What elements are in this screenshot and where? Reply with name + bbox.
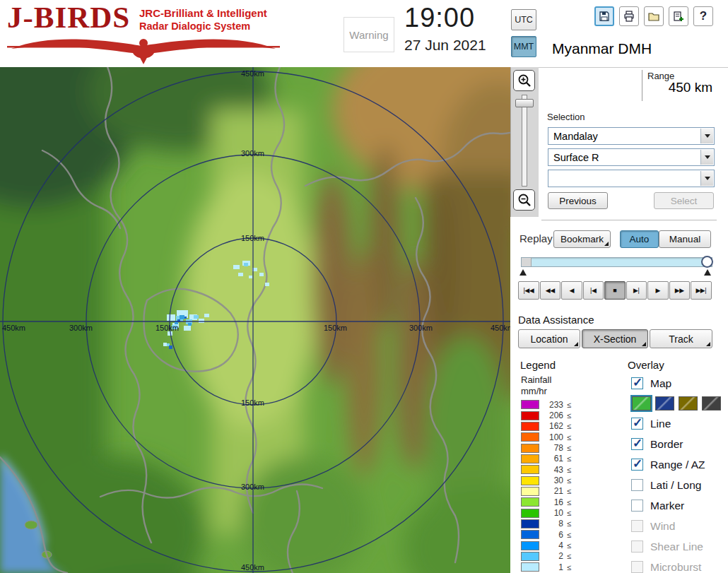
legend-row: 1≤ <box>521 562 606 572</box>
legend-unit-line2: mm/hr <box>521 386 547 396</box>
map-color-options <box>631 394 728 413</box>
line-checkbox[interactable] <box>631 418 643 430</box>
legend-swatch <box>521 530 539 539</box>
manual-button[interactable]: Manual <box>659 230 711 248</box>
option-dropdown[interactable] <box>548 170 715 187</box>
warning-indicator[interactable]: Warning <box>344 17 394 52</box>
mmt-button[interactable]: MMT <box>511 36 536 57</box>
radar-map[interactable]: 450km 300km 150km 150km 300km 450km 450k… <box>0 67 510 573</box>
legend-row: 61≤ <box>521 454 606 464</box>
ring-label-450-right: 450km <box>491 324 510 332</box>
stop-button[interactable]: ■ <box>604 281 626 300</box>
book-plus-icon <box>672 10 685 23</box>
ring-label-150-top: 150km <box>241 234 264 242</box>
legend-swatch <box>521 411 539 420</box>
site-dropdown[interactable]: Mandalay <box>548 127 715 145</box>
replay-label: Replay <box>519 232 553 244</box>
zoom-slider-handle[interactable] <box>515 99 534 107</box>
zoom-out-button[interactable] <box>513 189 535 211</box>
overlay-list: Map Line Border Range / AZ Lati / Long M… <box>631 373 728 573</box>
jbirds-app: J-BIRDS JRC-Brilliant & Intelligent Rada… <box>0 0 728 573</box>
station-title: Myanmar DMH <box>552 40 652 57</box>
map-color-navy-button[interactable] <box>655 396 674 410</box>
legend-swatch <box>521 562 539 572</box>
skip-first-button[interactable]: |◀◀ <box>518 281 539 300</box>
legend-row: 10≤ <box>521 507 606 518</box>
transport-controls: |◀◀ ◀◀ ◀ |◀ ■ ▶| ▶ ▶▶ ▶▶| <box>518 281 712 300</box>
overlay-item-border: Border <box>631 434 728 454</box>
legend-row: 162≤ <box>521 421 606 432</box>
overlay-item-range-az: Range / AZ <box>631 454 728 475</box>
chevron-down-icon[interactable] <box>700 150 713 165</box>
app-logo-subtitle-2: Radar Dialogic System <box>139 20 250 32</box>
save-icon <box>598 10 611 23</box>
previous-button[interactable]: Previous <box>548 192 608 209</box>
overlay-label: Overlay <box>628 359 664 371</box>
radar-map-svg <box>0 67 510 573</box>
export-button[interactable] <box>669 6 688 26</box>
legend-row: 206≤ <box>521 410 606 420</box>
select-button[interactable]: Select <box>654 192 714 209</box>
legend-row: 30≤ <box>521 475 606 485</box>
help-button[interactable]: ? <box>693 6 713 26</box>
print-button[interactable] <box>619 6 639 26</box>
legend-swatch <box>521 422 539 431</box>
marker-checkbox[interactable] <box>631 500 643 512</box>
chevron-down-icon[interactable] <box>700 171 713 186</box>
site-dropdown-value: Mandalay <box>553 131 598 142</box>
utc-button[interactable]: UTC <box>511 9 536 30</box>
auto-button[interactable]: Auto <box>620 230 659 248</box>
product-dropdown[interactable]: Surface R <box>548 148 715 166</box>
shear-line-checkbox <box>631 540 643 553</box>
legend-row: 100≤ <box>521 432 606 442</box>
timeline-knob[interactable] <box>701 256 713 268</box>
step-back-button[interactable]: |◀ <box>583 281 604 300</box>
fast-rewind-button[interactable]: ◀◀ <box>540 281 561 300</box>
ring-label-300-bottom: 300km <box>241 483 264 491</box>
ring-label-450-left: 450km <box>2 324 25 332</box>
range-az-checkbox[interactable] <box>631 459 643 471</box>
fast-forward-button[interactable]: ▶▶ <box>669 281 691 300</box>
save-button[interactable] <box>594 6 614 26</box>
legend-row: 4≤ <box>521 540 606 550</box>
legend-unit-line1: Rainfall <box>521 374 551 385</box>
clock-date: 27 Jun 2021 <box>404 37 486 54</box>
skip-last-button[interactable]: ▶▶| <box>691 281 712 300</box>
selection-label: Selection <box>547 112 585 122</box>
map-color-olive-button[interactable] <box>679 396 698 410</box>
legend-row: 43≤ <box>521 464 606 475</box>
border-checkbox[interactable] <box>631 438 643 450</box>
overlay-item-line: Line <box>631 413 728 434</box>
legend-row: 16≤ <box>521 497 606 507</box>
play-back-button[interactable]: ◀ <box>561 281 582 300</box>
map-color-gray-button[interactable] <box>702 396 721 410</box>
play-button[interactable]: ▶ <box>647 281 669 300</box>
legend-row: 2≤ <box>521 551 606 562</box>
ring-label-300-top: 300km <box>241 149 264 158</box>
ring-label-450-top: 450km <box>241 69 264 78</box>
lati-long-checkbox[interactable] <box>631 479 643 491</box>
zoom-slider-track[interactable] <box>522 95 527 187</box>
zoom-in-button[interactable] <box>513 70 535 91</box>
legend-swatch <box>521 476 539 485</box>
terrain-layer <box>0 67 510 573</box>
legend-row: 233≤ <box>521 399 606 410</box>
timeline-start-marker <box>519 269 527 276</box>
section-divider <box>541 220 717 220</box>
map-color-green-button[interactable] <box>632 396 651 410</box>
track-button[interactable]: Track <box>650 329 712 348</box>
bookmark-button[interactable]: Bookmark <box>553 230 611 248</box>
replay-timeline[interactable] <box>521 257 712 267</box>
range-value: 450 km <box>636 80 712 95</box>
chevron-down-icon[interactable] <box>700 129 713 143</box>
wind-checkbox <box>631 520 643 532</box>
legend-swatch <box>521 432 539 442</box>
panel-divider <box>539 67 728 68</box>
overlay-item-microburst: Microburst <box>631 557 728 573</box>
map-checkbox[interactable] <box>631 377 643 389</box>
step-forward-button[interactable]: ▶| <box>626 281 647 300</box>
open-folder-button[interactable] <box>644 6 664 26</box>
legend-swatch <box>521 465 539 474</box>
location-button[interactable]: Location <box>518 329 580 348</box>
xsection-button[interactable]: X-Section <box>582 329 648 348</box>
